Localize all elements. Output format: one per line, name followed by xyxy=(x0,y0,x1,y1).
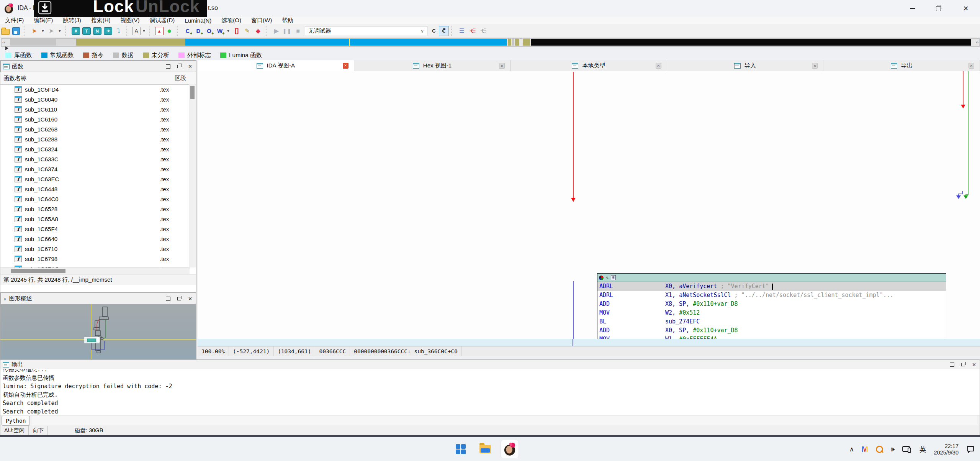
jump-forward-button[interactable]: ➤ xyxy=(46,26,56,36)
save-button[interactable] xyxy=(11,26,21,36)
create-offset-button[interactable]: O+ xyxy=(204,26,214,36)
asm-line[interactable]: ADRLX1, aNetSocketSslCl ; "../../net/soc… xyxy=(597,291,946,300)
function-row[interactable]: fsub_1C6288.tex xyxy=(0,134,190,144)
menu-item[interactable]: 搜索(H) xyxy=(86,17,116,24)
minimize-button[interactable] xyxy=(903,0,921,17)
open-file-button[interactable] xyxy=(0,26,10,36)
jump-forward-dropdown[interactable]: ▼ xyxy=(57,26,62,36)
clock[interactable]: 22:17 2025/9/30 xyxy=(934,443,959,456)
debug-stop-button[interactable]: ■ xyxy=(293,26,303,36)
text-style-dropdown[interactable]: ▼ xyxy=(141,26,147,36)
menu-item[interactable]: 编辑(E) xyxy=(29,17,58,24)
source-c-button[interactable]: C xyxy=(429,26,439,36)
function-row[interactable]: fsub_1C64C0.tex xyxy=(0,194,190,204)
graph-minimap[interactable] xyxy=(0,304,196,359)
float-panel-button[interactable] xyxy=(949,362,954,367)
navband-segment[interactable] xyxy=(512,39,514,46)
restore-button[interactable] xyxy=(929,0,947,17)
group-node-icon[interactable]: ▦ xyxy=(611,275,616,280)
tray-search-icon[interactable] xyxy=(876,446,883,453)
navband-segment[interactable] xyxy=(508,39,511,46)
create-struct-button[interactable]: C+ xyxy=(183,26,193,36)
notification-icon[interactable] xyxy=(966,446,975,453)
function-row[interactable]: fsub_1C6448.tex xyxy=(0,184,190,194)
navband-segment[interactable] xyxy=(185,39,507,46)
tab-close-icon[interactable]: ✕ xyxy=(499,63,505,69)
tab-close-icon[interactable]: ✕ xyxy=(969,63,974,69)
create-window-button[interactable]: W+ xyxy=(215,26,225,36)
tab-close-icon[interactable]: ✕ xyxy=(343,63,348,69)
menu-item[interactable]: 选项(O) xyxy=(216,17,246,24)
tab-Hex 视图-1[interactable]: Hex 视图-1✕ xyxy=(354,60,511,71)
debugger-select[interactable]: 无调试器 ∨ xyxy=(305,26,427,36)
menu-item[interactable]: 调试器(D) xyxy=(144,17,180,24)
tab-close-icon[interactable]: ✕ xyxy=(656,63,661,69)
function-row[interactable]: fsub_1C63EC.tex xyxy=(0,174,190,184)
ime-indicator[interactable]: 英 xyxy=(919,445,926,454)
asm-line[interactable]: ADDX0, SP, #0x110+var_D8 xyxy=(597,326,946,335)
start-button[interactable] xyxy=(452,440,470,458)
column-header-name[interactable]: 函数名称 xyxy=(3,75,26,82)
function-row[interactable]: fsub_1C65A8.tex xyxy=(0,214,190,224)
text-style-button[interactable]: A xyxy=(132,27,141,35)
edit-pencil-icon[interactable]: ✎ xyxy=(606,275,609,281)
debug-run-button[interactable]: ▶ xyxy=(272,26,281,36)
navband-marker[interactable] xyxy=(349,38,350,46)
function-row[interactable]: fsub_1C6324.tex xyxy=(0,144,190,154)
navband-segment[interactable] xyxy=(56,39,76,46)
tab-close-icon[interactable]: ✕ xyxy=(812,63,818,69)
diamond-button[interactable]: ◆ xyxy=(253,26,263,36)
function-row[interactable]: fsub_1C6374.tex xyxy=(0,164,190,174)
navband-left-arrow-icon[interactable]: ‹‹ xyxy=(2,40,5,44)
tray-chevron-icon[interactable]: ∧ xyxy=(849,445,854,453)
function-row[interactable]: fsub_1C6040.tex xyxy=(0,94,190,104)
graph-canvas[interactable]: ✎ ▦ ADRLX0, aVerifycert ; "VerifyCert"AD… xyxy=(198,71,980,346)
run-analysis-button[interactable]: ● xyxy=(164,26,174,36)
volume-icon[interactable]: 🕪 xyxy=(891,446,895,453)
menu-item[interactable]: 帮助 xyxy=(277,17,298,24)
create-dropdown[interactable]: ▼ xyxy=(226,26,231,36)
close-panel-button[interactable]: ✕ xyxy=(188,296,193,301)
tab-IDA 视图-A[interactable]: IDA 视图-A✕ xyxy=(198,60,354,71)
menu-item[interactable]: Lumina(N) xyxy=(180,17,216,24)
jump-address-button[interactable]: ➜ xyxy=(103,26,113,36)
function-row[interactable]: fsub_1C6528.tex xyxy=(0,204,190,214)
navband-segment[interactable] xyxy=(531,39,971,46)
tab-导入[interactable]: 导入✕ xyxy=(667,60,824,71)
asm-line[interactable]: BLsub_274EFC xyxy=(597,317,946,326)
down-arrow-button[interactable]: ⤵ xyxy=(114,26,124,36)
navband-expand-button[interactable] xyxy=(5,46,8,50)
jump-back-dropdown[interactable]: ▼ xyxy=(40,26,46,36)
asm-line[interactable]: MOVW2, #0x512 xyxy=(597,308,946,317)
close-button[interactable]: ✕ xyxy=(957,0,975,17)
navband-segment[interactable] xyxy=(10,39,56,46)
pseudocode-button[interactable]: C⃗ xyxy=(439,26,449,36)
restore-panel-button[interactable] xyxy=(177,64,182,69)
column-header-segment[interactable]: 区段 xyxy=(175,75,186,82)
scrollbar-thumb[interactable] xyxy=(11,269,65,273)
function-row[interactable]: fsub_1C6798.tex xyxy=(0,254,190,264)
function-row[interactable]: fsub_1C633C.tex xyxy=(0,154,190,164)
ida-taskbar-button[interactable] xyxy=(501,440,519,458)
navband-segment[interactable] xyxy=(515,39,519,46)
red-bracket-button[interactable]: [] xyxy=(232,26,242,36)
list-view-button[interactable]: ☰ xyxy=(457,26,467,36)
menu-item[interactable]: 窗口(W) xyxy=(246,17,277,24)
restore-panel-button[interactable] xyxy=(960,362,965,367)
function-row[interactable]: fsub_1C6160.tex xyxy=(0,114,190,124)
asm-line[interactable]: ADDX8, SP, #0x110+var_D8 xyxy=(597,300,946,308)
function-row[interactable]: fsub_1C6640.tex xyxy=(0,234,190,244)
navband-right-arrow-icon[interactable]: ›› xyxy=(976,40,978,44)
basic-block-center[interactable]: ✎ ▦ ADRLX0, aVerifycert ; "VerifyCert"AD… xyxy=(597,273,946,346)
function-row[interactable]: fsub_1C65F4.tex xyxy=(0,224,190,234)
name-badge-button[interactable]: N xyxy=(92,26,102,36)
close-panel-button[interactable]: ✕ xyxy=(188,64,193,69)
tab-导出[interactable]: 导出✕ xyxy=(823,60,980,71)
color-wheel-icon[interactable] xyxy=(599,276,604,280)
block-titlebar[interactable]: ✎ ▦ xyxy=(597,274,946,282)
file-explorer-button[interactable] xyxy=(476,440,494,458)
horizontal-scrollbar[interactable] xyxy=(0,267,190,274)
menu-item[interactable]: 文件(F) xyxy=(0,17,29,24)
breakpoint-view-button[interactable]: ▲ xyxy=(155,27,164,35)
function-row[interactable]: fsub_1C6710.tex xyxy=(0,244,190,254)
